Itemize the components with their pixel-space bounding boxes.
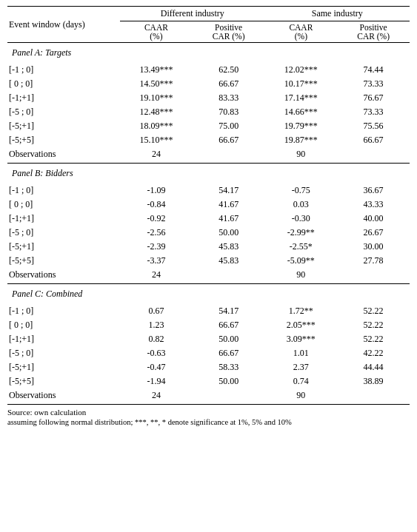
diff-caar-header: CAAR(%) [120, 21, 193, 43]
table-row: [-5;+5]15.10***66.6719.87***66.67 [7, 133, 410, 147]
footnote-text: assuming following normal distribution; … [7, 418, 410, 426]
table-row: [-5;+5]-3.3745.83-5.09**27.78 [7, 254, 410, 268]
table-row: [ 0 ; 0]14.50***66.6710.17***73.33 [7, 77, 410, 91]
panel-label-row: Panel B: Bidders [7, 164, 410, 181]
table-row: [-5 ; 0]-2.5650.00-2.99**26.67 [7, 226, 410, 240]
table-body: Panel A: Targets[-1 ; 0]13.49***62.5012.… [7, 43, 410, 405]
table-row: [-1 ; 0]13.49***62.5012.02***74.44 [7, 63, 410, 77]
diff-industry-header: Different industry [120, 7, 264, 21]
table-row: [-1 ; 0]0.6754.171.72**52.22 [7, 304, 410, 318]
same-industry-header: Same industry [265, 7, 410, 21]
table-row: [-5 ; 0]12.48***70.8314.66***73.33 [7, 105, 410, 119]
same-caar-header: CAAR(%) [265, 21, 338, 43]
table-row: [-5 ; 0]-0.6366.671.0142.22 [7, 346, 410, 360]
same-pos-header: PositiveCAR (%) [337, 21, 410, 43]
table-row: [-5;+1]18.09***75.0019.79***75.56 [7, 119, 410, 133]
table-row: [-1 ; 0]-1.0954.17-0.7536.67 [7, 183, 410, 198]
event-window-header: Event window (days) [7, 7, 120, 43]
table-row: [-1;+1]0.8250.003.09***52.22 [7, 332, 410, 346]
table-row: [-5;+1]-0.4758.332.3744.44 [7, 360, 410, 374]
observations-row: Observations2490 [7, 147, 410, 164]
panel-label-row: Panel C: Combined [7, 284, 410, 302]
col-group-header-row: Event window (days) Different industry S… [7, 7, 410, 21]
observations-row: Observations2490 [7, 268, 410, 284]
table-row: [-1;+1]19.10***83.3317.14***76.67 [7, 91, 410, 105]
table-container: Event window (days) Different industry S… [7, 6, 410, 426]
source-text: Source: own calculation [7, 408, 410, 417]
table-row: [-5;+5]-1.9450.000.7438.89 [7, 374, 410, 388]
table-row: [-1;+1]-0.9241.67-0.3040.00 [7, 212, 410, 226]
table-row: [-5;+1]-2.3945.83-2.55*30.00 [7, 240, 410, 254]
main-table: Event window (days) Different industry S… [7, 6, 410, 405]
table-row: [ 0 ; 0]-0.8441.67 0.0343.33 [7, 198, 410, 212]
diff-pos-header: PositiveCAR (%) [193, 21, 265, 43]
observations-row: Observations2490 [7, 388, 410, 405]
table-row: [ 0 ; 0]1.2366.672.05***52.22 [7, 318, 410, 332]
panel-label-row: Panel A: Targets [7, 43, 410, 61]
